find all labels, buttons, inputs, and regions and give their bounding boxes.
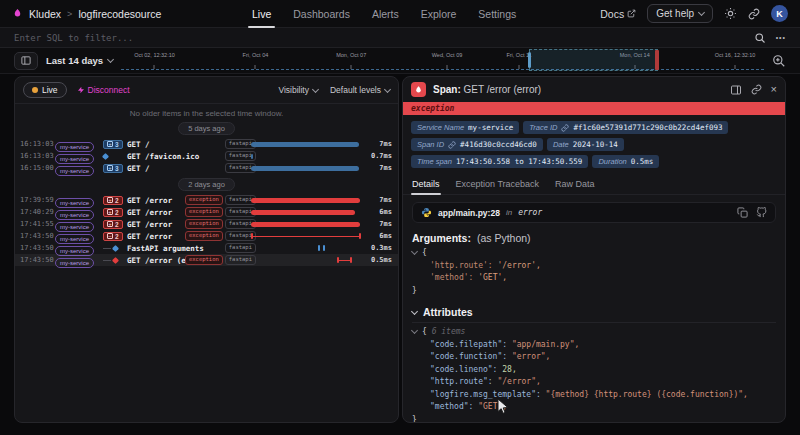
expand-icon: +: [107, 165, 113, 171]
selection-end-marker[interactable]: [655, 50, 659, 70]
tab-settings[interactable]: Settings: [478, 0, 516, 28]
chevron-down-icon: [107, 56, 114, 63]
duration-label: 0.5ms: [354, 256, 392, 264]
chevron-down-icon: [411, 307, 418, 314]
more-options-icon[interactable]: •••: [776, 34, 786, 41]
share-link-icon[interactable]: [748, 8, 760, 20]
tag-exception: exception: [185, 219, 223, 229]
timeline[interactable]: Oct 02, 12:32:10 Fri, Oct 04 Mon, Oct 07…: [121, 49, 764, 73]
chevron-down-icon: [698, 9, 705, 16]
visibility-dropdown[interactable]: Visibility: [278, 85, 318, 95]
trace-child-row-selected[interactable]: 17:43:50 my-service GET /error (error) e…: [15, 254, 398, 266]
default-levels-dropdown[interactable]: Default levels: [330, 85, 390, 95]
duration-label: 7ms: [354, 164, 392, 172]
tree-connector: [103, 248, 111, 249]
trace-time: 17:43:50: [20, 232, 55, 240]
duration-bar: [251, 230, 363, 242]
timeline-selection[interactable]: [529, 49, 658, 71]
span-detail-panel: Span: GET /error (error) × exception Ser…: [402, 76, 786, 423]
expand-count-badge[interactable]: +3: [103, 164, 123, 173]
close-icon[interactable]: ×: [771, 84, 777, 95]
breadcrumb-separator: >: [67, 9, 72, 19]
span-name: GET /error: [127, 220, 172, 229]
mouse-cursor: [497, 398, 509, 415]
arguments-heading: Arguments: (as Python): [412, 232, 776, 244]
error-span-icon: [411, 82, 426, 97]
disconnect-button[interactable]: Disconnect: [77, 85, 130, 95]
meta-time-span: Time span17:43:50.558 to 17:43:50.559: [411, 155, 588, 168]
span-diamond-icon: [102, 152, 109, 159]
expand-count-badge[interactable]: +3: [103, 140, 123, 149]
tab-raw-data[interactable]: Raw Data: [554, 176, 596, 194]
expand-count-badge[interactable]: +2: [103, 220, 123, 229]
span-name: GET /error: [127, 208, 172, 217]
time-range-dropdown[interactable]: Last 14 days: [46, 55, 113, 66]
trace-time: 16:13:03: [20, 152, 55, 160]
expand-count-badge[interactable]: +2: [103, 196, 123, 205]
copy-link-icon[interactable]: [751, 84, 762, 95]
sql-filter-input[interactable]: [14, 33, 754, 43]
github-icon[interactable]: [756, 207, 767, 218]
timeline-tick-label: Wed, Oct 09: [432, 52, 462, 58]
expand-icon: +: [107, 221, 113, 227]
duration-label: 7ms: [354, 140, 392, 148]
meta-trace-id[interactable]: Trace ID#f1c60e57391d771c290c0b22cd4ef09…: [523, 121, 728, 134]
expand-count-badge[interactable]: +2: [103, 208, 123, 217]
tag-exception: exception: [185, 255, 223, 265]
tab-exception-traceback[interactable]: Exception Traceback: [455, 176, 541, 194]
theme-toggle-sun-icon[interactable]: [724, 7, 737, 20]
python-icon: [421, 207, 432, 218]
meta-span-id[interactable]: Span ID#416d30c0ccd46cd0: [411, 138, 543, 151]
code-file-path[interactable]: app/main.py:28: [438, 208, 500, 218]
breadcrumb-project[interactable]: logfirecodesource: [78, 8, 161, 20]
span-name: GET /favicon.ico: [127, 152, 199, 161]
tab-explore[interactable]: Explore: [421, 0, 457, 28]
live-status-dot: [32, 87, 38, 93]
get-help-button[interactable]: Get help: [647, 4, 713, 23]
docs-link[interactable]: Docs: [600, 8, 636, 20]
collapse-chevron-icon[interactable]: [411, 248, 418, 255]
time-divider-badge: 5 days ago: [178, 122, 235, 135]
collapse-chevron-icon[interactable]: [411, 327, 418, 334]
search-icon[interactable]: [754, 32, 766, 44]
service-badge: my-service: [55, 258, 94, 268]
copy-icon[interactable]: [737, 207, 748, 218]
attributes-code-block: { 6 items "code.filepath": "app/main.py"…: [412, 326, 776, 422]
trace-time: 17:40:29: [20, 208, 55, 216]
tab-live[interactable]: Live: [252, 0, 271, 28]
attributes-heading[interactable]: Attributes: [412, 306, 776, 318]
time-divider-badge: 2 days ago: [178, 178, 235, 191]
span-name: GET /error: [127, 196, 172, 205]
tab-details[interactable]: Details: [411, 176, 441, 194]
expand-icon: +: [107, 197, 113, 203]
span-name: GET /: [127, 164, 150, 173]
duration-label: 7ms: [354, 220, 392, 228]
tab-alerts[interactable]: Alerts: [372, 0, 399, 28]
span-detail-tabs: Details Exception Traceback Raw Data: [403, 173, 785, 195]
panel-toggle-icon: [20, 55, 32, 66]
dock-panel-icon[interactable]: [730, 84, 742, 96]
zoom-in-icon[interactable]: [772, 54, 786, 68]
selection-start-handle[interactable]: [528, 52, 531, 68]
trace-time: 16:15:00: [20, 164, 55, 172]
sidebar-toggle-button[interactable]: [14, 52, 38, 70]
collapse-count-badge[interactable]: −2: [103, 232, 123, 241]
live-toggle-button[interactable]: Live: [23, 82, 67, 98]
link-icon: [448, 141, 456, 149]
tab-dashboards[interactable]: Dashboards: [293, 0, 350, 28]
chevron-down-icon: [384, 85, 391, 92]
trace-time: 17:43:50: [20, 256, 55, 264]
divider: [412, 322, 776, 323]
sql-filter-bar: •••: [0, 28, 800, 48]
duration-bar: [251, 218, 363, 230]
empty-window-message: No older items in the selected time wind…: [15, 104, 398, 118]
trace-row[interactable]: 16:15:00 my-service +3 GET / fastapi 7ms: [15, 162, 398, 174]
code-location-card: app/main.py:28 in error: [412, 202, 776, 223]
user-avatar[interactable]: K: [771, 5, 788, 22]
duration-bar: [251, 254, 363, 266]
expand-icon: +: [107, 209, 113, 215]
logfire-logo-icon: [12, 7, 23, 20]
duration-label: 6ms: [354, 208, 392, 216]
timeline-tick-label: Fri, Oct 04: [243, 52, 269, 58]
breadcrumb-org[interactable]: Kludex: [29, 8, 61, 20]
